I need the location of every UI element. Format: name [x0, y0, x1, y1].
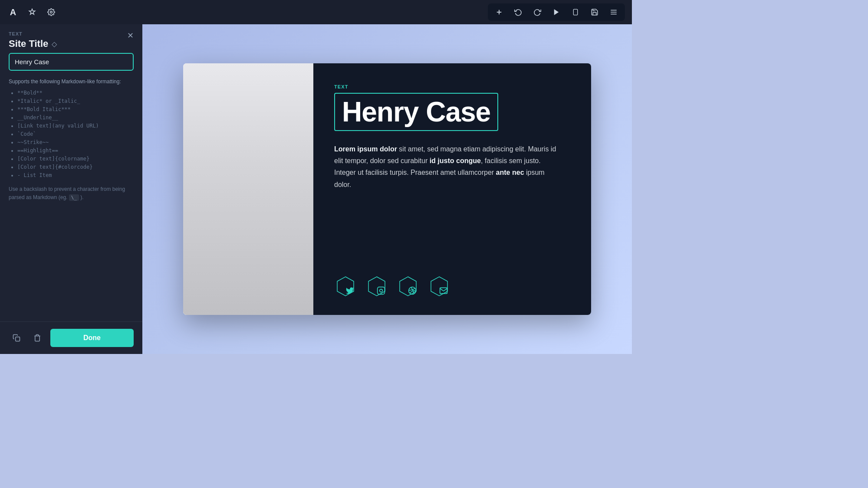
- person-figure: [183, 63, 313, 315]
- body-text-bold-3: ante nec: [496, 169, 524, 176]
- card-photo: [183, 63, 313, 315]
- card-text-label: TEXT: [334, 84, 570, 89]
- site-title-input[interactable]: [9, 53, 134, 71]
- card-body-text: Lorem ipsum dolor sit amet, sed magna et…: [334, 143, 560, 190]
- duplicate-button[interactable]: [9, 330, 24, 346]
- save-icon[interactable]: [589, 6, 601, 18]
- card-top: TEXT Henry Case Lorem ipsum dolor sit am…: [334, 84, 570, 190]
- card: TEXT Henry Case Lorem ipsum dolor sit am…: [183, 63, 591, 315]
- diamond-icon: ◇: [52, 40, 57, 48]
- redo-icon[interactable]: [531, 6, 543, 18]
- markdown-help: Supports the following Markdown-like for…: [0, 78, 142, 321]
- list-item: ***Bold Italic***: [17, 106, 134, 112]
- kbd-example: \_: [69, 194, 79, 201]
- body-text-bold-2: id justo congue: [430, 157, 481, 164]
- panel-title: Site Title: [9, 38, 48, 49]
- panel-label: TEXT: [9, 31, 134, 36]
- main-layout: TEXT Site Title ◇ ✕ Supports the followi…: [0, 24, 632, 354]
- panel-header: TEXT Site Title ◇: [0, 24, 142, 53]
- svg-rect-35: [378, 287, 385, 295]
- markdown-list: **Bold** *Italic* or _Italic_ ***Bold It…: [9, 90, 134, 178]
- svg-marker-3: [554, 9, 559, 15]
- twitter-icon-button[interactable]: [334, 275, 357, 298]
- list-item: *Italic* or _Italic_: [17, 98, 134, 104]
- panel-footer: Done: [0, 321, 142, 354]
- instagram-icon-button[interactable]: [365, 275, 388, 298]
- list-item: __Underline__: [17, 115, 134, 121]
- undo-icon[interactable]: [512, 6, 524, 18]
- done-button[interactable]: Done: [50, 329, 134, 347]
- toolbar: A: [0, 0, 632, 24]
- pin-icon[interactable]: [26, 6, 38, 18]
- dribbble-icon-button[interactable]: [397, 275, 419, 298]
- toolbar-left: A: [7, 6, 57, 18]
- card-title: Henry Case: [342, 98, 490, 126]
- photo-background: [183, 63, 313, 315]
- play-icon[interactable]: [550, 6, 562, 18]
- card-title-wrapper[interactable]: Henry Case: [334, 93, 498, 131]
- svg-point-0: [50, 11, 53, 13]
- list-item: ==Highlight==: [17, 147, 134, 154]
- list-item: ~~Strike~~: [17, 139, 134, 145]
- toolbar-right: [488, 3, 625, 21]
- body-text-bold-1: Lorem ipsum dolor: [334, 145, 397, 153]
- markdown-footer: Use a backslash to prevent a character f…: [9, 185, 134, 202]
- list-item: `Code`: [17, 131, 134, 137]
- markdown-help-title: Supports the following Markdown-like for…: [9, 78, 134, 85]
- list-item: [Color text]{#colorcode}: [17, 164, 134, 170]
- add-icon[interactable]: [493, 6, 505, 18]
- list-item: [Color text]{colorname}: [17, 156, 134, 162]
- card-content: TEXT Henry Case Lorem ipsum dolor sit am…: [313, 63, 591, 315]
- list-item: [Link text](any valid URL): [17, 123, 134, 129]
- left-panel: TEXT Site Title ◇ ✕ Supports the followi…: [0, 24, 142, 354]
- email-icon-button[interactable]: [428, 275, 450, 298]
- settings-icon[interactable]: [45, 6, 57, 18]
- list-item: **Bold**: [17, 90, 134, 96]
- panel-title-row: Site Title ◇: [9, 38, 134, 49]
- delete-button[interactable]: [30, 330, 45, 346]
- close-button[interactable]: ✕: [125, 30, 135, 41]
- svg-rect-4: [573, 9, 577, 15]
- logo-icon[interactable]: A: [7, 6, 19, 18]
- card-icons: [334, 275, 570, 298]
- mobile-icon[interactable]: [569, 6, 582, 18]
- hamburger-icon[interactable]: [608, 6, 620, 18]
- input-section: [0, 53, 142, 78]
- svg-rect-9: [16, 337, 20, 341]
- list-item: - List Item: [17, 172, 134, 178]
- canvas-area: TEXT Henry Case Lorem ipsum dolor sit am…: [142, 24, 632, 354]
